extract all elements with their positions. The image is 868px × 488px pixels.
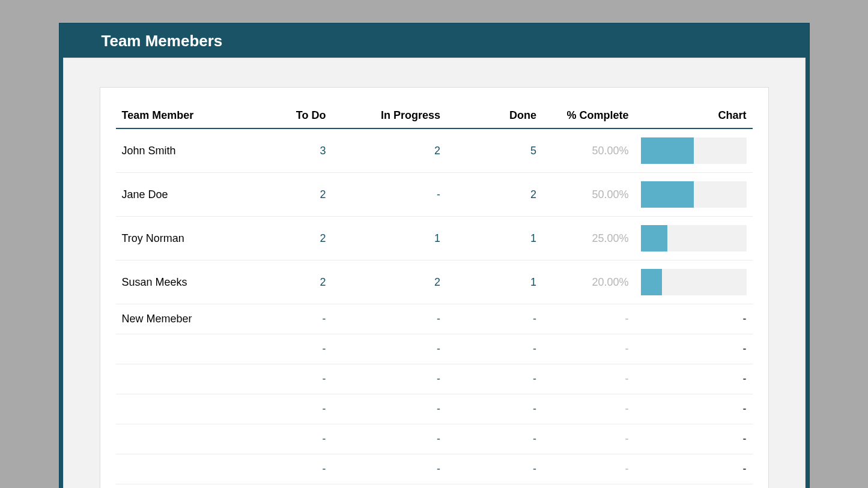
cell-todo: - — [248, 334, 332, 364]
cell-percent-complete: - — [542, 304, 635, 334]
cell-team-member — [116, 394, 248, 424]
content-panel: Team Member To Do In Progress Done % Com… — [63, 58, 806, 488]
cell-percent-complete: 20.00% — [542, 261, 635, 304]
table-row: New Memeber----- — [116, 304, 753, 334]
col-header-percent-complete[interactable]: % Complete — [542, 104, 635, 128]
cell-percent-complete: - — [542, 424, 635, 454]
cell-team-member: Troy Norman — [116, 217, 248, 261]
table-row: ----- — [116, 364, 753, 394]
cell-chart: - — [634, 424, 752, 454]
cell-in-progress: - — [332, 424, 447, 454]
cell-done: 2 — [446, 173, 542, 217]
table-row: Jane Doe2-250.00% — [116, 173, 753, 217]
chart-dash: - — [743, 343, 747, 355]
cell-chart — [634, 261, 752, 304]
cell-percent-complete: - — [542, 334, 635, 364]
cell-team-member: Jane Doe — [116, 173, 248, 217]
cell-team-member — [116, 334, 248, 364]
cell-in-progress: - — [332, 173, 447, 217]
chart-dash: - — [743, 463, 747, 475]
cell-todo: 2 — [248, 173, 332, 217]
progress-bar-track — [641, 269, 747, 295]
col-header-member[interactable]: Team Member — [116, 104, 248, 128]
cell-percent-complete: 50.00% — [542, 173, 635, 217]
cell-done: - — [446, 424, 542, 454]
cell-team-member: Susan Meeks — [116, 261, 248, 304]
col-header-in-progress[interactable]: In Progress — [332, 104, 447, 128]
cell-percent-complete: - — [542, 454, 635, 484]
dashboard-frame: Team Memebers Team Member To Do In Progr… — [59, 23, 810, 488]
chart-dash: - — [743, 433, 747, 445]
cell-todo: - — [248, 364, 332, 394]
col-header-done[interactable]: Done — [446, 104, 542, 128]
cell-chart: - — [634, 364, 752, 394]
cell-chart: - — [634, 394, 752, 424]
cell-chart — [634, 173, 752, 217]
col-header-todo[interactable]: To Do — [248, 104, 332, 128]
cell-in-progress: - — [332, 364, 447, 394]
chart-dash: - — [743, 313, 747, 325]
cell-todo: - — [248, 304, 332, 334]
progress-bar-fill — [641, 225, 667, 252]
table-row: Susan Meeks22120.00% — [116, 261, 753, 304]
cell-todo: - — [248, 394, 332, 424]
progress-bar-fill — [641, 269, 662, 295]
cell-team-member: New Memeber — [116, 304, 248, 334]
cell-percent-complete: 25.00% — [542, 217, 635, 261]
cell-done: 1 — [446, 261, 542, 304]
page-title: Team Memebers — [63, 23, 806, 58]
cell-percent-complete: - — [542, 364, 635, 394]
table-row: ----- — [116, 334, 753, 364]
cell-done: - — [446, 334, 542, 364]
cell-in-progress: - — [332, 304, 447, 334]
cell-team-member: John Smith — [116, 128, 248, 173]
cell-done: - — [446, 304, 542, 334]
progress-bar-track — [641, 225, 747, 252]
cell-chart: - — [634, 334, 752, 364]
team-table-card: Team Member To Do In Progress Done % Com… — [100, 87, 769, 488]
cell-in-progress: 2 — [332, 261, 447, 304]
progress-bar-track — [641, 181, 747, 208]
cell-team-member — [116, 364, 248, 394]
cell-in-progress: 2 — [332, 128, 447, 173]
cell-todo: 2 — [248, 217, 332, 261]
chart-dash: - — [743, 373, 747, 385]
cell-in-progress: 1 — [332, 217, 447, 261]
cell-chart — [634, 217, 752, 261]
cell-todo: 2 — [248, 261, 332, 304]
cell-todo: - — [248, 454, 332, 484]
cell-team-member — [116, 424, 248, 454]
table-row: ----- — [116, 424, 753, 454]
cell-in-progress: - — [332, 334, 447, 364]
table-row: ----- — [116, 454, 753, 484]
chart-dash: - — [743, 403, 747, 415]
cell-chart: - — [634, 304, 752, 334]
col-header-chart[interactable]: Chart — [634, 104, 752, 128]
cell-team-member — [116, 454, 248, 484]
table-header-row: Team Member To Do In Progress Done % Com… — [116, 104, 753, 128]
cell-done: - — [446, 454, 542, 484]
progress-bar-fill — [641, 137, 694, 164]
progress-bar-fill — [641, 181, 694, 208]
cell-in-progress: - — [332, 454, 447, 484]
cell-in-progress: - — [332, 394, 447, 424]
table-row: John Smith32550.00% — [116, 128, 753, 173]
cell-done: - — [446, 394, 542, 424]
cell-todo: 3 — [248, 128, 332, 173]
cell-chart — [634, 128, 752, 173]
table-row: Troy Norman21125.00% — [116, 217, 753, 261]
team-members-table: Team Member To Do In Progress Done % Com… — [116, 104, 753, 484]
table-row: ----- — [116, 394, 753, 424]
cell-done: - — [446, 364, 542, 394]
cell-chart: - — [634, 454, 752, 484]
cell-todo: - — [248, 424, 332, 454]
cell-percent-complete: 50.00% — [542, 128, 635, 173]
cell-done: 1 — [446, 217, 542, 261]
cell-percent-complete: - — [542, 394, 635, 424]
cell-done: 5 — [446, 128, 542, 173]
progress-bar-track — [641, 137, 747, 164]
